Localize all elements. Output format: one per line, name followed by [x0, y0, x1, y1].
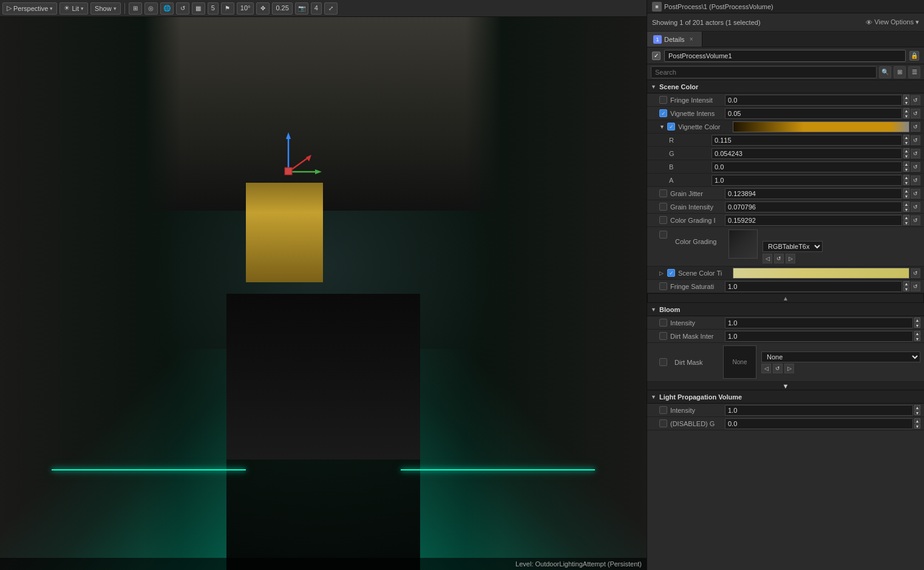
grain-intensity-down[interactable]: ▼	[903, 207, 909, 212]
actor-name-input[interactable]	[664, 50, 906, 62]
vignette-a-input[interactable]	[712, 175, 902, 186]
vignette-a-reset[interactable]: ↺	[911, 175, 920, 185]
bloom-intensity-down[interactable]: ▼	[914, 323, 920, 328]
view-options-button[interactable]: 👁 View Options ▾	[866, 18, 919, 26]
toolbar-layout-btn[interactable]: ▦	[192, 2, 205, 15]
grain-jitter-down[interactable]: ▼	[903, 194, 909, 198]
lit-button[interactable]: ☀ Lit ▾	[59, 2, 88, 15]
vignette-color-arrow[interactable]: ▼	[659, 124, 665, 130]
search-input[interactable]	[651, 66, 877, 78]
dirt-mask-arrow-left[interactable]: ◁	[761, 364, 771, 373]
vignette-a-up[interactable]: ▲	[903, 175, 909, 180]
vignette-b-up[interactable]: ▲	[903, 161, 909, 166]
grain-intensity-input[interactable]	[725, 202, 902, 212]
grain-jitter-checkbox[interactable]	[659, 189, 667, 197]
toolbar-camera-btn[interactable]: 📷	[295, 2, 308, 15]
actor-enabled-checkbox[interactable]: ✓	[652, 52, 661, 60]
vignette-r-up[interactable]: ▲	[903, 135, 909, 140]
cg-refresh[interactable]: ↺	[774, 254, 784, 263]
grain-intensity-reset[interactable]: ↺	[911, 202, 920, 212]
dirt-mask-thumbnail[interactable]: None	[723, 345, 756, 379]
dirt-mask-intensity-input[interactable]	[725, 331, 913, 342]
dirt-mask-intensity-up[interactable]: ▲	[914, 331, 920, 336]
scroll-collapse-button[interactable]: ▲	[647, 293, 924, 303]
lpv-disabled-g-checkbox[interactable]	[659, 419, 667, 427]
lpv-intensity-input[interactable]	[725, 405, 913, 416]
bloom-expand-row[interactable]: ▼	[647, 382, 924, 390]
bloom-intensity-up[interactable]: ▲	[914, 317, 920, 322]
fringe-intensity-input[interactable]	[725, 95, 902, 106]
vignette-b-input[interactable]	[712, 161, 902, 172]
dirt-mask-dropdown[interactable]: None	[761, 351, 920, 362]
scene-tint-reset[interactable]: ↺	[911, 268, 920, 278]
bloom-section-header[interactable]: ▼ Bloom	[647, 303, 924, 316]
perspective-button[interactable]: ▷ Perspective ▾	[2, 2, 57, 15]
bloom-intensity-input[interactable]	[725, 317, 913, 328]
lpv-intensity-down[interactable]: ▼	[914, 410, 920, 415]
fringe-intensity-up[interactable]: ▲	[903, 95, 909, 100]
toolbar-refresh-btn[interactable]: ↺	[176, 2, 189, 15]
lpv-disabled-g-input[interactable]	[725, 418, 913, 429]
lpv-disabled-g-down[interactable]: ▼	[914, 424, 920, 429]
vignette-r-down[interactable]: ▼	[903, 140, 909, 145]
fringe-intensity-checkbox[interactable]	[659, 96, 667, 104]
dirt-mask-checkbox[interactable]	[659, 358, 667, 366]
scene-tint-checkbox[interactable]: ✓	[667, 269, 675, 277]
fringe-saturation-up[interactable]: ▲	[903, 281, 909, 286]
vignette-intensity-down[interactable]: ▼	[903, 114, 909, 118]
vignette-color-bar[interactable]	[733, 121, 909, 132]
vignette-g-input[interactable]	[712, 148, 902, 159]
vignette-color-reset[interactable]: ↺	[911, 122, 920, 132]
vignette-r-input[interactable]	[712, 135, 902, 146]
lpv-intensity-up[interactable]: ▲	[914, 405, 920, 410]
vignette-g-down[interactable]: ▼	[903, 154, 909, 158]
grain-jitter-up[interactable]: ▲	[903, 188, 909, 193]
scene-tint-bar[interactable]	[733, 268, 909, 279]
scene-tint-arrow[interactable]: ▷	[659, 270, 665, 276]
vignette-intensity-reset[interactable]: ↺	[911, 109, 920, 118]
toolbar-sphere-btn[interactable]: ◎	[144, 2, 158, 15]
lpv-disabled-g-up[interactable]: ▲	[914, 418, 920, 423]
vignette-g-reset[interactable]: ↺	[911, 149, 920, 158]
fringe-saturation-reset[interactable]: ↺	[911, 282, 920, 291]
lock-icon[interactable]: 🔒	[909, 51, 919, 61]
vignette-b-reset[interactable]: ↺	[911, 162, 920, 172]
color-grading-i-down[interactable]: ▼	[903, 220, 909, 225]
toolbar-cursor-btn[interactable]: ✥	[256, 2, 270, 15]
filter-button[interactable]: ☰	[908, 66, 920, 78]
toolbar-flag-btn[interactable]: ⚑	[221, 2, 234, 15]
fringe-saturation-input[interactable]	[725, 281, 902, 292]
fringe-intensity-reset[interactable]: ↺	[911, 95, 920, 105]
grain-intensity-checkbox[interactable]	[659, 203, 667, 211]
dirt-mask-intensity-down[interactable]: ▼	[914, 336, 920, 341]
grain-intensity-up[interactable]: ▲	[903, 202, 909, 206]
toolbar-grid-btn[interactable]: ⊞	[129, 2, 142, 15]
color-grading-texture-checkbox[interactable]	[659, 231, 667, 239]
grain-jitter-reset[interactable]: ↺	[911, 189, 920, 198]
toolbar-scale-btn[interactable]: 0.25	[272, 2, 292, 15]
grid-view-button[interactable]: ⊞	[894, 66, 906, 78]
fringe-saturation-down[interactable]: ▼	[903, 287, 909, 291]
lpv-intensity-checkbox[interactable]	[659, 406, 667, 414]
cg-arrow-left[interactable]: ◁	[763, 254, 772, 263]
dirt-mask-refresh[interactable]: ↺	[773, 364, 783, 373]
vignette-b-down[interactable]: ▼	[903, 167, 909, 172]
lpv-section-header[interactable]: ▼ Light Propagation Volume	[647, 390, 924, 404]
vignette-intensity-input[interactable]	[725, 108, 902, 119]
color-grading-i-input[interactable]	[725, 215, 902, 226]
toolbar-5-btn[interactable]: 5	[208, 2, 219, 15]
transform-gizmo[interactable]	[276, 129, 325, 190]
toolbar-restore-btn[interactable]: ⤢	[324, 2, 338, 15]
show-button[interactable]: Show ▾	[90, 2, 121, 15]
vignette-intensity-up[interactable]: ▲	[903, 108, 909, 113]
toolbar-globe-btn[interactable]: 🌐	[160, 2, 174, 15]
cg-arrow-right[interactable]: ▷	[786, 254, 795, 263]
grain-jitter-input[interactable]	[725, 188, 902, 199]
color-grading-i-checkbox[interactable]	[659, 216, 667, 224]
color-grading-thumbnail[interactable]	[729, 229, 758, 259]
dirt-mask-arrow-right[interactable]: ▷	[784, 364, 794, 373]
fringe-intensity-down[interactable]: ▼	[903, 100, 909, 105]
color-grading-i-reset[interactable]: ↺	[911, 215, 920, 225]
viewport-scene[interactable]: Level: OutdoorLightingAttempt (Persisten…	[0, 17, 647, 570]
color-grading-dropdown[interactable]: RGBTableT6x	[763, 241, 823, 252]
